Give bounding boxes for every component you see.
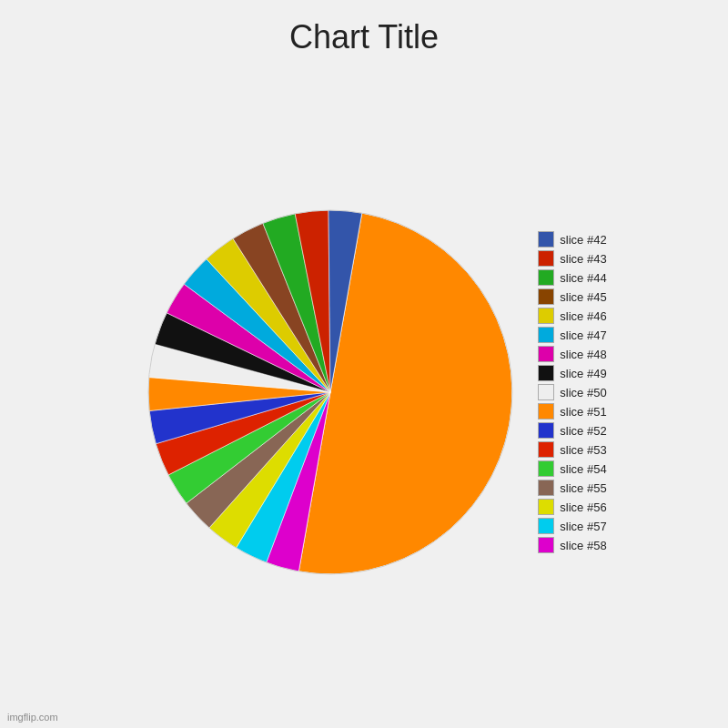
legend-item: slice #58 [538, 537, 606, 553]
legend-item: slice #53 [538, 441, 606, 458]
legend-color-box [538, 250, 554, 267]
pie-chart [139, 201, 521, 583]
legend-label: slice #43 [560, 252, 606, 266]
legend-item: slice #45 [538, 288, 606, 305]
legend-color-box [538, 346, 554, 362]
legend-label: slice #58 [560, 539, 606, 552]
legend-color-box [538, 231, 554, 248]
legend-color-box [538, 460, 554, 477]
legend-label: slice #42 [560, 233, 606, 247]
legend-item: slice #42 [538, 231, 606, 248]
legend-label: slice #47 [560, 329, 606, 342]
legend-color-box [538, 499, 554, 515]
legend-item: slice #44 [538, 269, 606, 286]
legend-item: slice #52 [538, 422, 606, 439]
legend-item: slice #48 [538, 346, 606, 362]
legend-label: slice #46 [560, 309, 606, 323]
legend-color-box [538, 403, 554, 420]
legend-item: slice #56 [538, 499, 606, 515]
legend: slice #42slice #43slice #44slice #45slic… [538, 231, 606, 553]
legend-item: slice #50 [538, 384, 606, 400]
chart-container: Chart Title slice #42slice #43slice #44s… [0, 0, 728, 728]
legend-label: slice #44 [560, 271, 606, 285]
legend-label: slice #55 [560, 481, 606, 495]
legend-label: slice #51 [560, 405, 606, 419]
legend-label: slice #53 [560, 443, 606, 457]
legend-item: slice #57 [538, 518, 606, 534]
legend-label: slice #56 [560, 500, 606, 514]
legend-label: slice #50 [560, 386, 606, 399]
legend-label: slice #48 [560, 348, 606, 361]
legend-label: slice #45 [560, 290, 606, 304]
legend-label: slice #57 [560, 520, 606, 533]
legend-color-box [538, 269, 554, 286]
legend-item: slice #55 [538, 480, 606, 496]
legend-color-box [538, 288, 554, 305]
chart-title: Chart Title [289, 18, 439, 56]
legend-item: slice #49 [538, 365, 606, 381]
legend-label: slice #52 [560, 424, 606, 438]
legend-item: slice #43 [538, 250, 606, 267]
legend-item: slice #46 [538, 308, 606, 324]
legend-color-box [538, 441, 554, 458]
legend-color-box [538, 384, 554, 400]
legend-color-box [538, 365, 554, 381]
chart-body: slice #42slice #43slice #44slice #45slic… [0, 66, 728, 728]
legend-color-box [538, 327, 554, 343]
legend-color-box [538, 480, 554, 496]
legend-item: slice #51 [538, 403, 606, 420]
legend-color-box [538, 308, 554, 324]
legend-item: slice #54 [538, 460, 606, 477]
legend-label: slice #49 [560, 367, 606, 380]
legend-item: slice #47 [538, 327, 606, 343]
legend-color-box [538, 518, 554, 534]
legend-color-box [538, 537, 554, 553]
legend-label: slice #54 [560, 462, 606, 476]
watermark: imgflip.com [7, 712, 58, 723]
legend-color-box [538, 422, 554, 439]
